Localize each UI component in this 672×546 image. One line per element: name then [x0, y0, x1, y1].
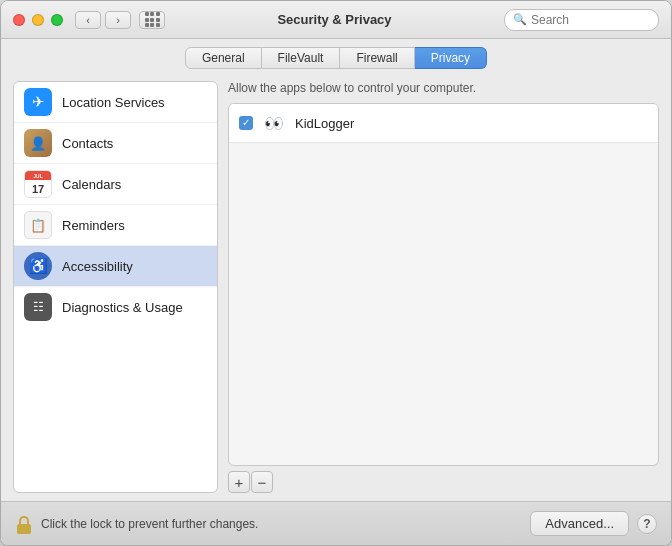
minimize-button[interactable] — [32, 14, 44, 26]
kidlogger-checkbox[interactable]: ✓ — [239, 116, 253, 130]
help-button[interactable]: ? — [637, 514, 657, 534]
titlebar: ‹ › Security & Privacy 🔍 — [1, 1, 671, 39]
diagnostics-icon-wrapper: ☷ — [24, 293, 52, 321]
traffic-lights — [13, 14, 63, 26]
contacts-icon: 👤 — [24, 129, 52, 157]
checkmark-icon: ✓ — [242, 118, 250, 128]
nav-buttons: ‹ › — [75, 11, 131, 29]
kidlogger-name: KidLogger — [295, 116, 354, 131]
app-list: ✓ 👀 KidLogger — [228, 103, 659, 466]
maximize-button[interactable] — [51, 14, 63, 26]
sidebar-item-diagnostics[interactable]: ☷ Diagnostics & Usage — [14, 287, 217, 327]
reminders-icon: 📋 — [24, 211, 52, 239]
reminders-icon-wrapper: 📋 — [24, 211, 52, 239]
window-title: Security & Privacy — [165, 12, 504, 27]
search-box[interactable]: 🔍 — [504, 9, 659, 31]
grid-button[interactable] — [139, 11, 165, 29]
sidebar-item-accessibility[interactable]: ♿ Accessibility — [14, 246, 217, 287]
list-actions: + − — [228, 471, 659, 493]
location-icon: ✈ — [24, 88, 52, 116]
forward-button[interactable]: › — [105, 11, 131, 29]
sidebar-label-reminders: Reminders — [62, 218, 125, 233]
tabs-bar: General FileVault Firewall Privacy — [1, 39, 671, 73]
sidebar-item-calendars[interactable]: JUL 17 Calendars — [14, 164, 217, 205]
advanced-button[interactable]: Advanced... — [530, 511, 629, 536]
bottom-bar: Click the lock to prevent further change… — [1, 501, 671, 545]
sidebar-label-diagnostics: Diagnostics & Usage — [62, 300, 183, 315]
contacts-icon-wrapper: 👤 — [24, 129, 52, 157]
tab-general[interactable]: General — [185, 47, 262, 69]
accessibility-icon-wrapper: ♿ — [24, 252, 52, 280]
content-area: ✈ Location Services 👤 Contacts JUL 17 — [1, 73, 671, 501]
diagnostics-icon: ☷ — [24, 293, 52, 321]
calendars-icon-wrapper: JUL 17 — [24, 170, 52, 198]
sidebar: ✈ Location Services 👤 Contacts JUL 17 — [13, 81, 218, 493]
lock-icon — [15, 514, 33, 534]
tab-filevault[interactable]: FileVault — [262, 47, 341, 69]
sidebar-item-location-services[interactable]: ✈ Location Services — [14, 82, 217, 123]
sidebar-label-accessibility: Accessibility — [62, 259, 133, 274]
right-panel: Allow the apps below to control your com… — [228, 81, 659, 493]
sidebar-label-location: Location Services — [62, 95, 165, 110]
sidebar-label-calendars: Calendars — [62, 177, 121, 192]
main-window: ‹ › Security & Privacy 🔍 General FileVau… — [0, 0, 672, 546]
panel-description: Allow the apps below to control your com… — [228, 81, 659, 95]
lock-wrapper[interactable]: Click the lock to prevent further change… — [15, 514, 258, 534]
location-services-icon: ✈ — [24, 88, 52, 116]
app-list-item-kidlogger[interactable]: ✓ 👀 KidLogger — [229, 104, 658, 143]
search-input[interactable] — [531, 13, 650, 27]
kidlogger-icon: 👀 — [263, 112, 285, 134]
accessibility-icon: ♿ — [24, 252, 52, 280]
remove-app-button[interactable]: − — [251, 471, 273, 493]
grid-icon — [145, 12, 160, 27]
tab-firewall[interactable]: Firewall — [340, 47, 414, 69]
close-button[interactable] — [13, 14, 25, 26]
sidebar-label-contacts: Contacts — [62, 136, 113, 151]
back-button[interactable]: ‹ — [75, 11, 101, 29]
add-app-button[interactable]: + — [228, 471, 250, 493]
search-icon: 🔍 — [513, 13, 527, 26]
calendars-icon: JUL 17 — [24, 170, 52, 198]
tab-privacy[interactable]: Privacy — [415, 47, 487, 69]
lock-text: Click the lock to prevent further change… — [41, 517, 258, 531]
sidebar-item-reminders[interactable]: 📋 Reminders — [14, 205, 217, 246]
sidebar-item-contacts[interactable]: 👤 Contacts — [14, 123, 217, 164]
